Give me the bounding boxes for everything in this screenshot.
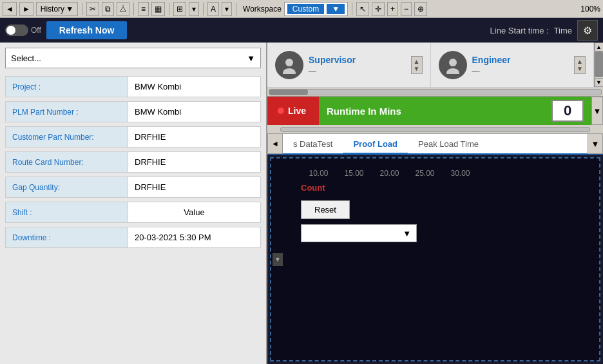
vscroll-thumb [595, 52, 603, 77]
separator-6 [352, 3, 352, 15]
runtime-bar: Runtime In Mins 0 [319, 97, 591, 125]
small-scroll-bar[interactable] [267, 125, 603, 134]
x-label-1: 15.00 [336, 169, 372, 178]
supervisor-title: Supervisor [309, 55, 406, 65]
main-toolbar: ◄ ► History ▼ ✂ ⧉ ⧊ ≡ ▦ ⊞ ▾ A ▾ Workspac… [0, 0, 603, 18]
cursor-button[interactable]: ↖ [356, 2, 369, 16]
copy-button[interactable]: ⧉ [102, 2, 114, 16]
tab-sdatatest[interactable]: s DataTest [283, 135, 343, 154]
vscroll-up[interactable]: ▲ [595, 43, 604, 52]
customer-part-label: Customer Part Number: [6, 127, 128, 147]
down-arrow: ▼ [412, 65, 422, 72]
chart-dropdown-arrow: ▼ [403, 229, 411, 238]
engineer-avatar [439, 51, 467, 79]
grid-button[interactable]: ⊞ [173, 2, 186, 16]
tab-peakload[interactable]: Peak Load Time [408, 135, 489, 154]
user-row: Supervisor — ▲ ▼ Engineer — ▲ [267, 43, 603, 88]
form-row-downtime: Downtime : 20-03-2021 5:30 PM [5, 227, 261, 248]
lang-button[interactable]: A [207, 2, 219, 16]
live-button[interactable]: Live [267, 97, 319, 125]
supervisor-subtitle: — [309, 66, 406, 75]
plm-label: PLM Part Number : [6, 102, 128, 122]
plus-button[interactable]: + [387, 2, 398, 16]
back-button[interactable]: ◄ [3, 2, 17, 16]
minus-button[interactable]: − [401, 2, 412, 16]
chart-inner: ▼ 10.00 15.00 20.00 25.00 30.00 Count Re… [271, 158, 599, 360]
form-row-project: Project : BMW Kombi [5, 76, 261, 97]
chart-area: ▼ 10.00 15.00 20.00 25.00 30.00 Count Re… [270, 157, 600, 361]
route-card-value: DRFHIE [128, 152, 260, 172]
grid2-button[interactable]: ▾ [189, 2, 199, 16]
reset-button[interactable]: Reset [301, 200, 350, 219]
downtime-label: Downtime : [6, 227, 128, 247]
svg-point-1 [283, 68, 296, 74]
engineer-info: Engineer — [472, 55, 570, 75]
form-row-plm: PLM Part Number : BMW Kombi [5, 101, 261, 122]
vscroll-track [595, 52, 603, 78]
separator-1 [82, 3, 82, 15]
main-content: Select... ▼ Project : BMW Kombi PLM Part… [0, 43, 603, 364]
separator-2 [133, 3, 134, 15]
toggle-switch[interactable] [5, 24, 28, 36]
shift-label: Shift : [6, 202, 128, 222]
small-scroll-track [280, 127, 590, 132]
h-scroll-track [269, 89, 602, 95]
refresh-button[interactable]: Refresh Now [46, 21, 128, 39]
supervisor-info: Supervisor — [309, 55, 406, 75]
cut-button[interactable]: ✂ [86, 2, 99, 16]
route-card-label: Route Card Number: [6, 152, 128, 172]
list-view-button[interactable]: ≡ [138, 2, 149, 16]
chart-dropdown[interactable]: ▼ [301, 224, 417, 242]
runtime-label: Runtime In Mins [327, 106, 401, 117]
separator-3 [169, 3, 169, 15]
up-arrow2: ▲ [575, 58, 585, 65]
x-label-3: 25.00 [407, 169, 443, 178]
line-info: Line Start time : Time [490, 26, 572, 35]
zoom-level: 100% [580, 5, 600, 14]
live-scroll-btn[interactable]: ▼ [591, 97, 603, 125]
tab-nav-left[interactable]: ◄ [267, 133, 283, 154]
live-indicator [278, 108, 284, 114]
form-scroll-area[interactable]: Select... ▼ Project : BMW Kombi PLM Part… [0, 43, 266, 364]
chart-view-button[interactable]: ▦ [151, 2, 165, 16]
tabs-row: ◄ s DataTest Proof Load Peak Load Time ▼ [267, 134, 603, 155]
engineer-card: Engineer — ▲ ▼ [431, 43, 595, 87]
vscroll-down[interactable]: ▼ [595, 78, 604, 87]
h-scroll-bar[interactable] [267, 88, 603, 97]
chart-scroll-left[interactable]: ▼ [273, 253, 283, 266]
up-arrow: ▲ [412, 58, 422, 65]
engineer-title: Engineer [472, 55, 570, 65]
runtime-value: 0 [551, 100, 584, 122]
chart-x-axis: 10.00 15.00 20.00 25.00 30.00 [282, 164, 589, 178]
live-row: Live Runtime In Mins 0 ▼ [267, 97, 603, 125]
forward-button[interactable]: ► [19, 2, 34, 16]
second-toolbar: Off Refresh Now Line Start time : Time ⚙ [0, 18, 603, 43]
project-label: Project : [6, 77, 128, 97]
lang-dropdown[interactable]: ▾ [222, 2, 232, 16]
history-button[interactable]: History ▼ [36, 2, 78, 16]
select-placeholder: Select... [11, 53, 41, 63]
toggle-area: Off [5, 24, 41, 36]
target-button[interactable]: ⊕ [414, 2, 427, 16]
svg-point-0 [285, 59, 293, 66]
live-label: Live [288, 106, 306, 116]
settings-icon: ⚙ [583, 24, 592, 37]
separator-4 [203, 3, 204, 15]
move-button[interactable]: ✛ [372, 2, 385, 16]
select-dropdown[interactable]: Select... ▼ [5, 48, 261, 68]
tab-proofload[interactable]: Proof Load [343, 135, 408, 154]
x-label-4: 30.00 [443, 169, 478, 178]
tab-proofload-label: Proof Load [353, 139, 397, 149]
supervisor-scroll[interactable]: ▲ ▼ [411, 56, 423, 74]
settings-button[interactable]: ⚙ [577, 20, 598, 41]
left-panel: Select... ▼ Project : BMW Kombi PLM Part… [0, 43, 267, 364]
user-row-vscroll[interactable]: ▲ ▼ [594, 43, 603, 87]
paste-button[interactable]: ⧊ [117, 2, 129, 16]
workspace-dropdown[interactable]: Custom ▼ [284, 2, 348, 16]
engineer-scroll[interactable]: ▲ ▼ [574, 56, 586, 74]
select-chevron: ▼ [247, 53, 255, 63]
shift-value: Value [128, 202, 260, 222]
tab-dropdown[interactable]: ▼ [588, 133, 603, 154]
line-start-label: Line Start time : [490, 26, 549, 35]
x-label-0: 10.00 [301, 169, 336, 178]
